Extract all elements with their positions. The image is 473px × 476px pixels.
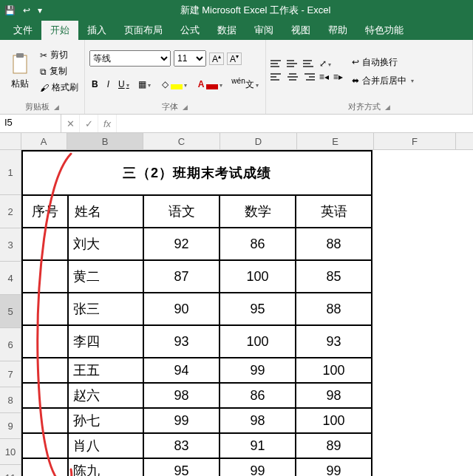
align-middle-button[interactable] xyxy=(287,58,299,69)
row-header-8[interactable]: 8 xyxy=(0,387,21,413)
tab-review[interactable]: 审阅 xyxy=(245,21,282,40)
cell-math[interactable]: 86 xyxy=(220,228,296,260)
cell-english[interactable]: 100 xyxy=(296,358,372,383)
cell-english[interactable]: 100 xyxy=(296,408,372,433)
fx-button[interactable]: fx xyxy=(98,115,117,132)
row-header-4[interactable]: 4 xyxy=(0,262,21,295)
align-launcher-icon[interactable]: ◢ xyxy=(385,103,390,111)
tab-help[interactable]: 帮助 xyxy=(319,21,356,40)
cell-chinese[interactable]: 95 xyxy=(143,458,220,476)
col-header-c[interactable]: C xyxy=(143,133,220,149)
cell-math[interactable]: 86 xyxy=(220,383,296,408)
table-row[interactable]: 陈九959999 xyxy=(22,458,372,476)
row-header-1[interactable]: 1 xyxy=(0,150,21,195)
shrink-font-button[interactable]: A▾ xyxy=(227,52,242,65)
cell-chinese[interactable]: 92 xyxy=(143,228,220,260)
row-header-10[interactable]: 10 xyxy=(0,439,21,465)
save-icon[interactable]: 💾 xyxy=(4,5,16,16)
select-all-corner[interactable] xyxy=(0,133,21,150)
font-launcher-icon[interactable]: ◢ xyxy=(183,103,188,111)
row-header-7[interactable]: 7 xyxy=(0,361,21,387)
row-header-3[interactable]: 3 xyxy=(0,228,21,262)
title-cell[interactable]: 三（2）班期末考试成绩 xyxy=(22,151,372,195)
undo-icon[interactable]: ↩ xyxy=(23,5,30,16)
clipboard-launcher-icon[interactable]: ◢ xyxy=(54,103,59,111)
cell-math[interactable]: 99 xyxy=(220,358,296,383)
cell-chinese[interactable]: 99 xyxy=(143,408,220,433)
cell-chinese[interactable]: 98 xyxy=(143,383,220,408)
cell-chinese[interactable]: 90 xyxy=(143,293,220,325)
row-header-9[interactable]: 9 xyxy=(0,413,21,439)
cell-chinese[interactable]: 93 xyxy=(143,325,220,358)
table-row[interactable]: 黄二8710085 xyxy=(22,260,372,293)
align-bottom-button[interactable] xyxy=(303,58,315,69)
cell-english[interactable]: 85 xyxy=(296,260,372,293)
align-right-button[interactable] xyxy=(303,72,315,82)
header-math[interactable]: 数学 xyxy=(220,195,296,228)
cell-chinese[interactable]: 87 xyxy=(143,260,220,293)
cell-math[interactable]: 100 xyxy=(220,325,296,358)
cell-seq[interactable] xyxy=(22,408,68,433)
cell-name[interactable]: 孙七 xyxy=(68,408,143,433)
phonetic-button[interactable]: wén文 xyxy=(229,75,260,92)
copy-button[interactable]: ⧉复制 xyxy=(38,64,80,78)
align-left-button[interactable] xyxy=(270,72,282,82)
align-center-button[interactable] xyxy=(287,72,299,82)
merge-center-button[interactable]: ⬌合并后居中 xyxy=(350,74,415,88)
row-header-11[interactable]: 11 xyxy=(0,465,21,476)
confirm-formula-button[interactable]: ✓ xyxy=(80,115,98,132)
indent-increase-button[interactable]: ≡▸ xyxy=(333,72,343,82)
cell-chinese[interactable]: 94 xyxy=(143,358,220,383)
italic-button[interactable]: I xyxy=(105,78,112,91)
grow-font-button[interactable]: A▴ xyxy=(209,52,224,65)
cell-seq[interactable] xyxy=(22,433,68,458)
format-painter-button[interactable]: 🖌格式刷 xyxy=(38,81,80,95)
tab-insert[interactable]: 插入 xyxy=(78,21,115,40)
col-header-d[interactable]: D xyxy=(220,133,297,149)
font-color-button[interactable]: A xyxy=(194,78,225,91)
cell-name[interactable]: 张三 xyxy=(68,293,143,325)
font-family-select[interactable]: 等线 xyxy=(89,50,171,67)
cancel-formula-button[interactable]: ✕ xyxy=(61,115,80,132)
align-top-button[interactable] xyxy=(270,58,282,69)
cell-english[interactable]: 89 xyxy=(296,433,372,458)
table-row[interactable]: 孙七9998100 xyxy=(22,408,372,433)
cell-seq[interactable] xyxy=(22,228,68,260)
indent-decrease-button[interactable]: ≡◂ xyxy=(319,72,329,82)
header-chinese[interactable]: 语文 xyxy=(143,195,220,228)
cell-math[interactable]: 95 xyxy=(220,293,296,325)
cells-grid[interactable]: 三（2）班期末考试成绩 序号 姓名 语文 数学 英语 刘大928688黄二871… xyxy=(21,150,372,476)
table-row[interactable]: 王五9499100 xyxy=(22,358,372,383)
cell-name[interactable]: 王五 xyxy=(68,358,143,383)
cell-english[interactable]: 93 xyxy=(296,325,372,358)
cell-seq[interactable] xyxy=(22,293,68,325)
col-header-b[interactable]: B xyxy=(67,133,143,149)
tab-formulas[interactable]: 公式 xyxy=(171,21,208,40)
table-row[interactable]: 肖八839189 xyxy=(22,433,372,458)
tab-special[interactable]: 特色功能 xyxy=(356,21,412,40)
border-button[interactable]: ▦ xyxy=(136,78,153,91)
cut-button[interactable]: ✂剪切 xyxy=(38,48,80,62)
cell-english[interactable]: 99 xyxy=(296,458,372,476)
cell-english[interactable]: 98 xyxy=(296,383,372,408)
formula-input[interactable] xyxy=(117,115,473,132)
col-header-f[interactable]: F xyxy=(374,133,456,149)
row-header-2[interactable]: 2 xyxy=(0,195,21,228)
tab-page-layout[interactable]: 页面布局 xyxy=(115,21,171,40)
table-row[interactable]: 张三909588 xyxy=(22,293,372,325)
cell-seq[interactable] xyxy=(22,458,68,476)
cell-math[interactable]: 99 xyxy=(220,458,296,476)
tab-data[interactable]: 数据 xyxy=(208,21,245,40)
cell-name[interactable]: 刘大 xyxy=(68,228,143,260)
underline-button[interactable]: U xyxy=(116,78,132,91)
header-name[interactable]: 姓名 xyxy=(68,195,143,228)
cell-name[interactable]: 李四 xyxy=(68,325,143,358)
col-header-a[interactable]: A xyxy=(21,133,67,149)
name-box[interactable]: I5 xyxy=(0,115,61,132)
cell-name[interactable]: 赵六 xyxy=(68,383,143,408)
cell-name[interactable]: 陈九 xyxy=(68,458,143,476)
header-seq[interactable]: 序号 xyxy=(22,195,68,228)
cell-math[interactable]: 100 xyxy=(220,260,296,293)
header-english[interactable]: 英语 xyxy=(296,195,372,228)
cell-seq[interactable] xyxy=(22,383,68,408)
